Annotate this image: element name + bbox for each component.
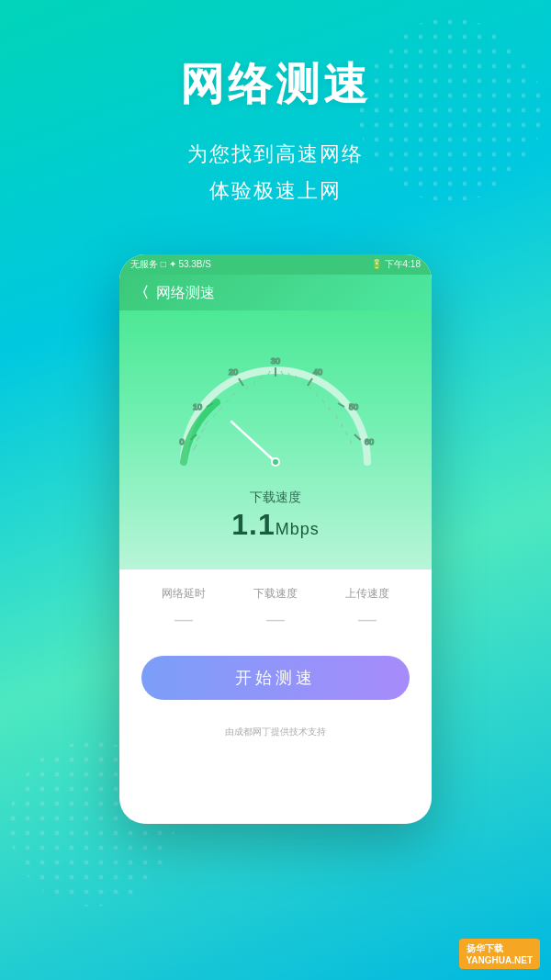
main-title: 网络测速 [0, 55, 551, 114]
svg-line-34 [309, 387, 311, 390]
stat-upload: 上传速度 — [321, 586, 413, 630]
status-left: 无服务 □ ✦ 53.3B/S [130, 258, 211, 271]
svg-line-42 [231, 422, 276, 462]
speedometer-svg: 0 10 20 30 40 [156, 329, 395, 476]
svg-text:40: 40 [313, 367, 322, 377]
phone-mockup: 无服务 □ ✦ 53.3B/S 🔋 下午4:18 〈 网络测速 [119, 254, 432, 824]
svg-line-27 [253, 381, 255, 385]
status-right: 🔋 下午4:18 [371, 258, 421, 271]
svg-line-36 [322, 400, 324, 403]
speedometer-area: 0 10 20 30 40 [119, 310, 432, 569]
speed-display: 下载速度 1.1Mbps [231, 490, 320, 542]
svg-line-19 [197, 435, 200, 441]
btn-area: 开始测速 [119, 641, 432, 718]
stat-download-value: — [230, 609, 321, 630]
stat-latency-value: — [138, 609, 230, 630]
svg-line-41 [350, 440, 352, 444]
svg-line-23 [219, 407, 222, 411]
svg-line-25 [231, 393, 235, 396]
svg-text:50: 50 [349, 402, 358, 411]
svg-line-37 [329, 407, 330, 411]
svg-line-24 [225, 400, 229, 403]
stat-latency-label: 网络延时 [138, 586, 230, 602]
svg-line-33 [302, 381, 304, 384]
speed-value: 1.1Mbps [231, 508, 320, 542]
svg-line-28 [261, 376, 263, 379]
subtitle-line2: 体验极速上网 [0, 173, 551, 209]
svg-text:0: 0 [179, 437, 184, 446]
svg-point-44 [273, 459, 278, 465]
speedometer-wrapper: 0 10 20 30 40 [156, 329, 395, 476]
svg-line-26 [245, 387, 248, 390]
subtitle: 为您找到高速网络 体验极速上网 [0, 136, 551, 208]
svg-line-21 [205, 421, 208, 425]
nav-title: 网络测速 [156, 284, 215, 303]
svg-text:10: 10 [193, 402, 202, 411]
stat-latency: 网络延时 — [138, 586, 230, 630]
svg-text:20: 20 [229, 367, 238, 377]
watermark-line2: YANGHUA.NET [467, 955, 533, 965]
status-right-text: 🔋 下午4:18 [371, 258, 421, 271]
svg-text:30: 30 [271, 356, 280, 366]
nav-bar: 〈 网络测速 [119, 275, 432, 310]
status-bar: 无服务 □ ✦ 53.3B/S 🔋 下午4:18 [119, 254, 432, 275]
status-left-text: 无服务 □ ✦ 53.3B/S [130, 258, 211, 271]
start-test-button[interactable]: 开始测速 [141, 656, 410, 700]
svg-line-39 [342, 423, 343, 427]
svg-line-20 [201, 428, 205, 433]
header: 网络测速 为您找到高速网络 体验极速上网 [0, 0, 551, 227]
speed-unit: Mbps [276, 520, 320, 538]
svg-line-35 [316, 393, 318, 397]
watermark: 扬华下载 YANGHUA.NET [459, 939, 540, 969]
svg-line-40 [346, 432, 347, 435]
back-button[interactable]: 〈 [134, 284, 149, 303]
svg-line-18 [193, 445, 197, 451]
stat-upload-label: 上传速度 [321, 586, 413, 602]
svg-line-38 [336, 415, 337, 419]
svg-text:60: 60 [365, 437, 374, 446]
phone-container: 无服务 □ ✦ 53.3B/S 🔋 下午4:18 〈 网络测速 [0, 254, 551, 824]
stat-upload-value: — [321, 609, 413, 630]
watermark-line1: 扬华下载 [467, 942, 533, 955]
phone-footer: 由成都网丁提供技术支持 [119, 718, 432, 746]
speed-text-label: 下载速度 [231, 490, 320, 506]
stat-download-label: 下载速度 [230, 586, 321, 602]
svg-line-22 [213, 413, 217, 417]
stats-row: 网络延时 — 下载速度 — 上传速度 — [119, 569, 432, 641]
stat-download: 下载速度 — [230, 586, 321, 630]
subtitle-line1: 为您找到高速网络 [0, 136, 551, 173]
